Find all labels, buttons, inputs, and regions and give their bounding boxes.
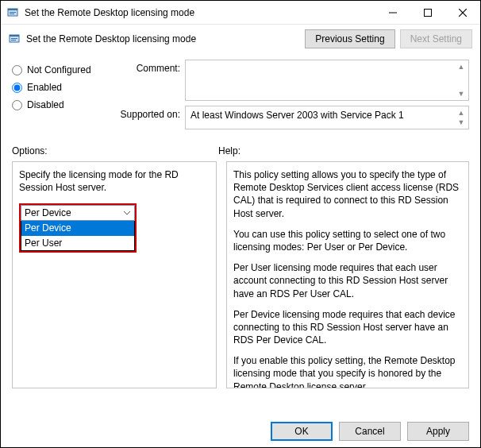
- svg-rect-2: [10, 12, 16, 13]
- subheader: Set the Remote Desktop licensing mode Pr…: [1, 25, 480, 56]
- scroll-up-icon[interactable]: ▲: [456, 108, 467, 118]
- radio-label: Disabled: [27, 99, 64, 110]
- maximize-button[interactable]: [410, 1, 445, 25]
- help-label: Help:: [218, 145, 469, 156]
- apply-button[interactable]: Apply: [407, 422, 469, 441]
- radio-not-configured[interactable]: Not Configured: [12, 64, 114, 75]
- radio-not-configured-input[interactable]: [12, 65, 22, 75]
- dialog-buttons: OK Cancel Apply: [271, 422, 469, 441]
- svg-rect-10: [11, 38, 17, 39]
- svg-rect-11: [11, 40, 16, 41]
- comment-textarea[interactable]: ▲ ▼: [185, 60, 469, 101]
- options-panel: Specify the licensing mode for the RD Se…: [12, 161, 217, 388]
- help-paragraph: You can use this policy setting to selec…: [233, 228, 462, 253]
- radio-enabled-input[interactable]: [12, 83, 22, 93]
- radio-disabled[interactable]: Disabled: [12, 99, 114, 110]
- help-paragraph: Per Device licensing mode requires that …: [233, 308, 462, 347]
- licensing-mode-dropdown-list[interactable]: Per Device Per User: [21, 221, 135, 250]
- radio-label: Enabled: [27, 82, 62, 93]
- policy-icon: [7, 6, 20, 19]
- minimize-button[interactable]: [375, 1, 410, 25]
- previous-setting-button[interactable]: Previous Setting: [305, 29, 394, 48]
- supported-on-box: At least Windows Server 2003 with Servic…: [185, 106, 469, 129]
- window-title: Set the Remote Desktop licensing mode: [25, 7, 375, 18]
- scroll-down-icon[interactable]: ▼: [456, 118, 467, 127]
- supported-on-value: At least Windows Server 2003 with Servic…: [190, 110, 404, 121]
- comment-label: Comment:: [114, 60, 185, 101]
- licensing-mode-dropdown[interactable]: Per Device: [21, 205, 135, 221]
- chevron-down-icon[interactable]: [120, 206, 134, 220]
- scroll-up-icon[interactable]: ▲: [456, 62, 467, 71]
- help-paragraph: If you enable this policy setting, the R…: [233, 354, 462, 388]
- cancel-button[interactable]: Cancel: [339, 422, 401, 441]
- state-radio-group: Not Configured Enabled Disabled: [12, 60, 114, 134]
- scroll-down-icon[interactable]: ▼: [456, 89, 467, 98]
- help-paragraph: Per User licensing mode requires that ea…: [233, 261, 462, 300]
- ok-button[interactable]: OK: [271, 422, 333, 441]
- dropdown-selected-value: Per Device: [25, 207, 120, 219]
- svg-rect-5: [425, 9, 432, 16]
- close-button[interactable]: [445, 1, 480, 25]
- radio-disabled-input[interactable]: [12, 100, 22, 110]
- radio-label: Not Configured: [27, 64, 91, 75]
- highlighted-region: Per Device Per Device Per User: [19, 203, 137, 252]
- svg-rect-9: [10, 35, 19, 37]
- svg-rect-3: [10, 14, 14, 14]
- radio-enabled[interactable]: Enabled: [12, 82, 114, 93]
- policy-title: Set the Remote Desktop licensing mode: [26, 33, 300, 44]
- help-panel: This policy setting allows you to specif…: [226, 161, 469, 388]
- options-instruction: Specify the licensing mode for the RD Se…: [19, 168, 210, 194]
- help-paragraph: This policy setting allows you to specif…: [233, 168, 462, 220]
- dropdown-item-per-user[interactable]: Per User: [21, 236, 134, 250]
- supported-on-label: Supported on:: [114, 106, 185, 129]
- options-label: Options:: [12, 145, 218, 156]
- titlebar: Set the Remote Desktop licensing mode: [1, 1, 480, 25]
- svg-rect-1: [8, 9, 17, 10]
- policy-icon: [9, 33, 21, 45]
- dropdown-item-per-device[interactable]: Per Device: [21, 221, 134, 235]
- next-setting-button: Next Setting: [400, 29, 472, 48]
